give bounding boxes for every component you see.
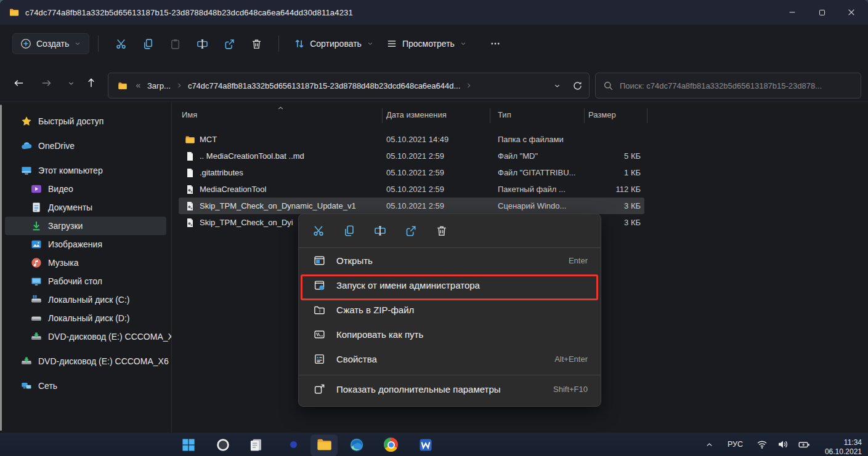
sidebar-item[interactable]: Этот компьютер xyxy=(5,161,166,180)
sidebar-item-icon xyxy=(31,239,42,250)
sidebar-item-label: Быстрый доступ xyxy=(38,116,103,126)
sidebar-item[interactable]: Изображения xyxy=(5,235,166,254)
sidebar-item[interactable]: Музыка xyxy=(5,254,166,272)
sidebar-item[interactable]: DVD-дисковод (E:) CCCOMA_X6 xyxy=(5,352,166,370)
column-header-name[interactable]: Имя xyxy=(182,110,197,119)
breadcrumb-folder[interactable]: c74dc774a8fb81a332b5d65613187b15-23d8788… xyxy=(185,80,463,92)
language-indicator[interactable]: РУС xyxy=(728,440,743,449)
sidebar-item-icon xyxy=(31,276,42,287)
breadcrumb-root[interactable]: Загр... xyxy=(145,80,173,92)
refresh-icon[interactable] xyxy=(572,81,583,91)
menu-item-label: Сжать в ZIP-файл xyxy=(336,305,588,315)
column-resize-handle[interactable] xyxy=(647,108,647,123)
sidebar-item[interactable]: Документы xyxy=(5,198,166,217)
sidebar-item[interactable]: Видео xyxy=(5,180,166,198)
file-row[interactable]: MediaCreationTool 05.10.2021 2:59 Пакетн… xyxy=(179,181,644,198)
column-header-size[interactable]: Размер xyxy=(588,110,616,119)
column-header-type[interactable]: Тип xyxy=(498,110,511,119)
file-row[interactable]: .gitattributes 05.10.2021 2:59 Файл "GIT… xyxy=(179,164,644,181)
taskbar-chrome-button[interactable] xyxy=(383,437,399,452)
context-menu-item[interactable]: Показать дополнительные параметры Shift+… xyxy=(299,375,601,402)
taskbar-search-button[interactable] xyxy=(215,437,230,452)
sidebar-item[interactable]: Локальный диск (D:) xyxy=(5,309,166,327)
file-type-icon xyxy=(185,201,195,211)
taskbar-app-button[interactable] xyxy=(286,437,301,452)
column-resize-handle[interactable] xyxy=(584,108,585,123)
sidebar-item[interactable]: OneDrive xyxy=(5,137,166,155)
address-bar[interactable]: Загр... c74dc774a8fb81a332b5d65613187b15… xyxy=(108,73,590,98)
sidebar-item[interactable]: Локальный диск (C:) xyxy=(5,290,166,309)
sidebar-item-label: Сеть xyxy=(38,381,57,391)
more-options-button[interactable] xyxy=(482,32,509,55)
volume-icon[interactable] xyxy=(777,439,789,450)
rename-button[interactable] xyxy=(189,32,216,55)
file-row[interactable]: MCT 05.10.2021 14:49 Папка с файлами xyxy=(179,131,644,148)
quick-action-button[interactable] xyxy=(368,220,392,242)
address-dropdown-icon[interactable] xyxy=(553,82,561,90)
minimize-button[interactable] xyxy=(778,0,806,25)
context-menu: Открыть Enter Запуск от имени администра… xyxy=(298,214,601,407)
forward-button[interactable] xyxy=(37,75,55,91)
context-menu-items: Открыть Enter Запуск от имени администра… xyxy=(299,248,601,402)
taskbar-widgets-button[interactable] xyxy=(248,437,263,452)
wifi-icon[interactable] xyxy=(756,439,768,450)
start-button[interactable] xyxy=(180,437,196,452)
file-row[interactable]: Skip_TPM_Check_on_Dynamic_Update_v1 05.1… xyxy=(179,198,644,214)
toolbar-separator xyxy=(98,36,99,52)
sidebar-item[interactable]: Быстрый доступ xyxy=(5,112,166,130)
quick-action-button[interactable] xyxy=(429,220,454,242)
crumb-overflow-icon[interactable] xyxy=(134,82,142,90)
menu-item-shortcut: Alt+Enter xyxy=(554,354,588,364)
search-circle-icon xyxy=(216,438,230,452)
document-stack-icon xyxy=(248,438,263,452)
sort-arrows-icon xyxy=(294,38,305,49)
address-row: Загр... c74dc774a8fb81a332b5d65613187b15… xyxy=(0,63,868,102)
delete-button[interactable] xyxy=(243,32,270,55)
share-icon xyxy=(224,38,235,50)
paste-button[interactable] xyxy=(161,32,189,55)
hidden-icons-button[interactable] xyxy=(705,440,714,449)
sidebar-item-icon xyxy=(31,202,42,213)
context-menu-item[interactable]: Копировать как путь xyxy=(299,322,601,346)
back-button[interactable] xyxy=(10,75,28,91)
taskbar-explorer-button[interactable] xyxy=(317,437,332,452)
chevron-down-icon xyxy=(74,40,81,47)
sidebar-item[interactable]: DVD-дисковод (E:) CCCOMA_X xyxy=(5,327,166,346)
quick-action-button[interactable] xyxy=(399,220,423,242)
battery-icon[interactable] xyxy=(798,439,810,450)
quick-action-icon xyxy=(312,225,325,237)
up-button[interactable] xyxy=(82,75,100,91)
file-size: 112 КБ xyxy=(588,185,644,194)
quick-action-icon xyxy=(436,225,448,237)
recent-locations-button[interactable] xyxy=(62,75,80,91)
quick-action-button[interactable] xyxy=(306,220,331,242)
clock[interactable]: 11:34 06.10.2021 xyxy=(825,438,862,456)
copy-button[interactable] xyxy=(134,32,161,55)
search-input[interactable] xyxy=(620,81,853,90)
taskbar-word-button[interactable] xyxy=(418,437,433,452)
new-button[interactable]: Создать xyxy=(12,33,89,54)
context-menu-item[interactable]: Свойства Alt+Enter xyxy=(299,346,601,371)
sidebar-item-label: DVD-дисковод (E:) CCCOMA_X6 xyxy=(38,356,169,366)
column-headers: Имя Дата изменения Тип Размер xyxy=(172,107,868,124)
column-resize-handle[interactable] xyxy=(382,108,383,123)
context-menu-item[interactable]: Запуск от имени администратора xyxy=(299,273,601,297)
context-menu-item[interactable]: Открыть Enter xyxy=(299,248,601,273)
quick-action-button[interactable] xyxy=(337,220,362,242)
sidebar-item-label: Локальный диск (C:) xyxy=(48,295,130,305)
column-resize-handle[interactable] xyxy=(490,108,490,123)
share-button[interactable] xyxy=(216,32,243,55)
close-button[interactable] xyxy=(837,0,866,25)
taskbar-edge-button[interactable] xyxy=(349,437,364,452)
sort-button[interactable]: Сортировать xyxy=(288,33,380,55)
sidebar-item[interactable]: Загрузки xyxy=(5,217,166,235)
cut-button[interactable] xyxy=(107,32,134,55)
sidebar-item[interactable]: Рабочий стол xyxy=(5,272,166,290)
maximize-button[interactable] xyxy=(808,0,836,25)
context-menu-item[interactable]: Сжать в ZIP-файл xyxy=(299,297,601,322)
view-button[interactable]: Просмотреть xyxy=(380,33,473,55)
file-row[interactable]: .. MediaCreationTool.bat ..md 05.10.2021… xyxy=(179,148,644,164)
chrome-icon xyxy=(384,438,398,452)
column-header-date[interactable]: Дата изменения xyxy=(386,110,447,119)
sidebar-item[interactable]: Сеть xyxy=(5,377,166,395)
